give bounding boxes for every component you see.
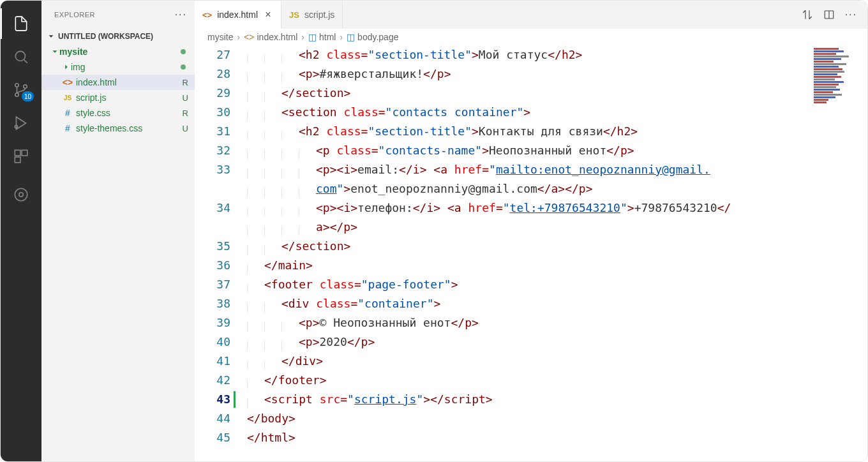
svg-point-3 [24,85,27,88]
svg-point-2 [15,93,19,96]
svg-rect-5 [15,150,20,156]
modified-indicator [181,49,186,54]
svg-point-9 [19,193,24,197]
editor[interactable]: 27 28 29 30 31 32 33 34 35 36 37 38 39 4… [195,45,867,461]
file-style-themes-css[interactable]: # style-themes.css U [41,121,195,136]
explorer-more-icon[interactable]: ··· [175,9,187,20]
workspace-header[interactable]: UNTITLED (WORKSPACE) [41,29,195,44]
folder-label: mysite [59,47,87,57]
compare-icon[interactable] [802,9,813,20]
file-style-css[interactable]: # style.css R [41,105,195,121]
chevron-right-icon: › [340,32,343,42]
extensions-activity[interactable] [6,141,36,172]
editor-actions: ··· [802,1,867,29]
cube-icon: ◫ [308,32,317,42]
html-file-icon: <> [62,77,73,87]
svg-point-1 [15,84,19,87]
svg-point-0 [15,51,25,61]
html-file-icon: <> [244,32,254,42]
explorer-activity[interactable] [6,8,36,39]
breadcrumb[interactable]: mysite › <> index.html › ◫ html › ◫ body… [195,29,867,45]
html-file-icon: <> [202,10,212,20]
sidebar: EXPLORER ··· UNTITLED (WORKSPACE) mysite… [41,1,195,461]
line-gutter: 27 28 29 30 31 32 33 34 35 36 37 38 39 4… [195,45,246,447]
js-file-icon: JS [289,10,299,20]
editor-area: <> index.html × JS script.js ··· mysite … [195,1,867,461]
file-index-html[interactable]: <> index.html R [41,75,195,90]
remote-icon [13,186,29,203]
remote-activity[interactable] [6,179,36,210]
file-label: script.js [76,93,106,103]
modified-indicator [181,64,186,70]
tab-script-js[interactable]: JS script.js [281,1,343,29]
css-file-icon: # [62,123,73,133]
svg-rect-6 [22,150,27,156]
tab-index-html[interactable]: <> index.html × [195,1,281,29]
breadcrumb-folder: mysite [207,32,233,42]
sidebar-header: EXPLORER ··· [41,1,195,29]
css-file-icon: # [62,108,73,118]
file-script-js[interactable]: JS script.js U [41,90,195,105]
extensions-icon [13,148,29,165]
search-icon [13,48,29,65]
scm-badge: 10 [22,91,34,101]
split-editor-icon[interactable] [823,9,835,20]
chevron-down-icon [50,47,59,56]
chevron-down-icon [47,32,56,41]
cube-icon: ◫ [347,32,355,42]
chevron-right-icon [62,63,71,71]
svg-point-8 [15,188,27,201]
chevron-right-icon: › [237,32,240,42]
file-label: style-themes.css [76,123,142,133]
tab-label: index.html [217,10,258,20]
explorer-title: EXPLORER [54,11,95,19]
scm-activity[interactable]: 10 [6,75,36,105]
file-label: index.html [76,77,117,87]
close-icon[interactable]: × [263,9,273,20]
search-activity[interactable] [6,41,36,72]
js-file-icon: JS [62,94,73,101]
activity-bar: 10 [1,1,41,461]
git-status: R [183,108,188,118]
workspace-label: UNTITLED (WORKSPACE) [58,32,153,41]
chevron-right-icon: › [301,32,304,42]
svg-rect-7 [15,157,20,163]
tab-label: script.js [304,10,334,20]
git-status: U [183,124,188,133]
more-actions-icon[interactable]: ··· [845,9,857,20]
code-content[interactable]: <h2 class="section-title">Мой статус</h2… [246,45,867,447]
files-icon [13,15,29,32]
git-status: U [183,93,188,103]
git-status: R [183,78,188,87]
file-label: style.css [76,108,110,118]
debug-activity[interactable] [6,108,36,138]
breadcrumb-file: <> index.html [244,32,297,42]
folder-mysite[interactable]: mysite [41,44,195,59]
folder-img[interactable]: img [41,59,195,75]
breadcrumb-symbol: ◫ html [308,32,336,42]
debug-icon [13,115,29,131]
breadcrumb-symbol: ◫ body.page [347,32,398,42]
tab-bar: <> index.html × JS script.js ··· [195,1,867,29]
folder-label: img [71,62,86,72]
